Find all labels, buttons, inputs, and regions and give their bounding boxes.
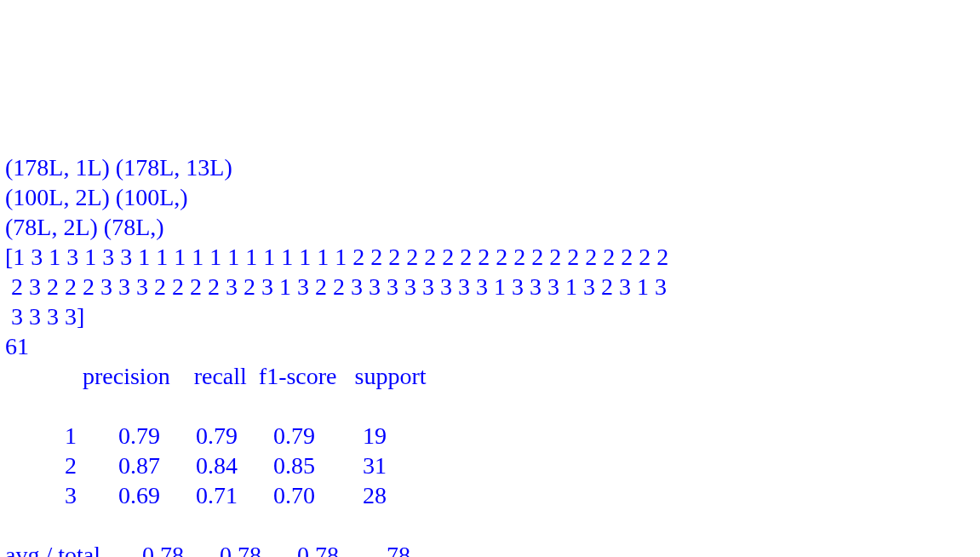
count-value: 61 bbox=[5, 333, 29, 359]
report-class-1: 1 0.79 0.79 0.79 19 bbox=[5, 422, 387, 449]
predictions-line-1: [1 3 1 3 1 3 3 1 1 1 1 1 1 1 1 1 1 1 1 2… bbox=[5, 244, 668, 270]
predictions-line-3: 3 3 3 3] bbox=[5, 303, 84, 330]
report-class-2: 2 0.87 0.84 0.85 31 bbox=[5, 452, 387, 479]
report-header: precision recall f1-score support bbox=[5, 363, 427, 389]
report-class-3: 3 0.69 0.71 0.70 28 bbox=[5, 482, 387, 508]
shape-line-2: (100L, 2L) (100L,) bbox=[5, 184, 188, 210]
report-avg-total: avg / total 0.78 0.78 0.78 78 bbox=[5, 542, 410, 557]
predictions-line-2: 2 3 2 2 2 3 3 3 2 2 2 2 3 2 3 1 3 2 2 3 … bbox=[5, 273, 667, 300]
shape-line-3: (78L, 2L) (78L,) bbox=[5, 214, 164, 240]
console-output: (178L, 1L) (178L, 13L) (100L, 2L) (100L,… bbox=[5, 123, 975, 557]
shape-line-1: (178L, 1L) (178L, 13L) bbox=[5, 154, 232, 181]
